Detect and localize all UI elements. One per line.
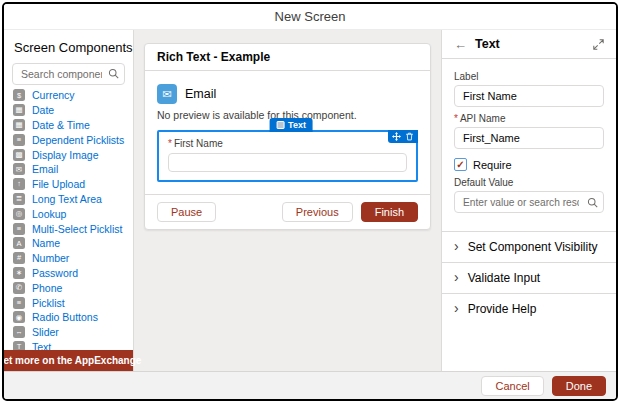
sidebar-item-lookup[interactable]: ◎ Lookup <box>13 206 133 221</box>
new-screen-dialog: New Screen Screen Components $ Currency … <box>2 2 618 401</box>
component-search <box>12 63 125 85</box>
chevron-right-icon <box>454 272 459 283</box>
sidebar-item-label: Multi-Select Picklist <box>32 223 122 235</box>
email-component[interactable]: Email <box>157 84 418 104</box>
cancel-button[interactable]: Cancel <box>481 376 543 396</box>
sidebar-item-label: Picklist <box>32 297 65 309</box>
sidebar-item-label: Display Image <box>32 149 99 161</box>
collapsible-section-provide-help[interactable]: Provide Help <box>442 293 616 324</box>
text-icon <box>276 121 284 129</box>
move-icon[interactable] <box>392 132 401 141</box>
sidebar-item-label: Text <box>32 341 51 350</box>
section-label: Validate Input <box>468 271 541 285</box>
sidebar-item-label: Name <box>32 237 60 249</box>
label-field-label: Label <box>454 71 604 82</box>
component-actions-badge <box>388 130 418 143</box>
component-type-icon: ✆ <box>13 282 25 294</box>
sidebar-item-long-text-area[interactable]: ≣ Long Text Area <box>13 192 133 207</box>
component-type-tab[interactable]: Text <box>269 118 313 132</box>
sidebar-item-file-upload[interactable]: ↑ File Upload <box>13 177 133 192</box>
sidebar-item-label: Dependent Picklists <box>32 134 124 146</box>
search-icon <box>108 68 119 79</box>
component-type-icon: ▦ <box>13 104 25 116</box>
sidebar-item-slider[interactable]: ↔ Slider <box>13 325 133 340</box>
default-value-wrap <box>454 191 604 213</box>
screen-preview-card: Rich Text - Example Email No preview is … <box>144 43 431 230</box>
component-type-icon: # <box>13 252 25 264</box>
expand-panel-icon[interactable] <box>593 39 604 50</box>
pause-button[interactable]: Pause <box>157 202 216 222</box>
component-type-icon: ∗ <box>13 267 25 279</box>
sidebar-item-label: Phone <box>32 282 62 294</box>
default-value-label: Default Value <box>454 177 604 188</box>
sidebar-item-label: File Upload <box>32 178 85 190</box>
previous-button[interactable]: Previous <box>282 202 353 222</box>
properties-panel-header: Text <box>442 30 616 59</box>
sidebar-item-number[interactable]: # Number <box>13 251 133 266</box>
component-type-icon: T <box>13 341 25 350</box>
sidebar-item-name[interactable]: A Name <box>13 236 133 251</box>
sidebar-item-password[interactable]: ∗ Password <box>13 266 133 281</box>
chevron-right-icon <box>454 303 459 314</box>
component-type-icon: ≣ <box>13 193 25 205</box>
require-checkbox-row[interactable]: Require <box>454 158 604 171</box>
sidebar-item-label: Email <box>32 163 58 175</box>
api-name-field[interactable] <box>454 127 604 149</box>
email-icon <box>157 84 177 104</box>
chevron-right-icon <box>454 241 459 252</box>
sidebar-item-label: Password <box>32 267 78 279</box>
default-value-input[interactable] <box>454 191 604 213</box>
sidebar-item-label: Long Text Area <box>32 193 102 205</box>
component-type-icon: A <box>13 237 25 249</box>
section-label: Provide Help <box>468 302 537 316</box>
dialog-body: Screen Components $ Currency ▦ Date ▦ Da… <box>4 30 616 371</box>
screen-title: Rich Text - Example <box>145 44 430 71</box>
component-list: $ Currency ▦ Date ▦ Date & Time ≡ Depend… <box>4 85 133 350</box>
component-type-icon: ◉ <box>13 311 25 323</box>
sidebar-item-dependent-picklists[interactable]: ≡ Dependent Picklists <box>13 132 133 147</box>
sidebar-item-text[interactable]: T Text <box>13 340 133 350</box>
required-marker: * <box>454 113 458 124</box>
component-type-icon: ↔ <box>13 326 25 338</box>
required-marker: * <box>168 138 172 149</box>
collapsible-section-validate-input[interactable]: Validate Input <box>442 262 616 293</box>
sidebar-item-label: Number <box>32 252 69 264</box>
sidebar-item-date[interactable]: ▦ Date <box>13 103 133 118</box>
search-icon[interactable] <box>587 197 598 208</box>
component-type-icon: ≡ <box>13 223 25 235</box>
label-field[interactable] <box>454 85 604 107</box>
first-name-input[interactable] <box>168 153 407 172</box>
sidebar-item-display-image[interactable]: ▩ Display Image <box>13 147 133 162</box>
field-label: *First Name <box>168 138 407 149</box>
sidebar-item-label: Date & Time <box>32 119 90 131</box>
sidebar-item-phone[interactable]: ✆ Phone <box>13 280 133 295</box>
back-arrow-icon[interactable] <box>454 38 467 51</box>
sidebar-item-label: Currency <box>32 89 75 101</box>
delete-icon[interactable] <box>405 132 414 141</box>
properties-form: Label *API Name Require Default Value <box>442 59 616 223</box>
page-title: New Screen <box>275 9 346 24</box>
sidebar-item-picklist[interactable]: ≡ Picklist <box>13 295 133 310</box>
collapsible-section-set-component-visibility[interactable]: Set Component Visibility <box>442 231 616 262</box>
properties-panel-title: Text <box>475 37 500 51</box>
require-checkbox-label: Require <box>473 159 512 171</box>
section-label: Set Component Visibility <box>468 240 598 254</box>
component-type-icon: ↑ <box>13 178 25 190</box>
done-button[interactable]: Done <box>552 376 606 396</box>
appexchange-button[interactable]: Get more on the AppExchange <box>4 350 133 371</box>
component-type-icon: ◎ <box>13 208 25 220</box>
panel-sections: Set Component Visibility Validate Input … <box>442 231 616 324</box>
tab-label: Text <box>288 120 306 130</box>
sidebar-item-radio-buttons[interactable]: ◉ Radio Buttons <box>13 310 133 325</box>
api-name-field-label: *API Name <box>454 113 604 124</box>
screen-components-sidebar: Screen Components $ Currency ▦ Date ▦ Da… <box>4 30 134 371</box>
sidebar-item-email[interactable]: ✉ Email <box>13 162 133 177</box>
require-checkbox[interactable] <box>454 158 467 171</box>
sidebar-item-currency[interactable]: $ Currency <box>13 88 133 103</box>
selected-text-component[interactable]: Text *First Name <box>157 130 418 182</box>
finish-button[interactable]: Finish <box>361 202 418 222</box>
sidebar-item-label: Slider <box>32 326 59 338</box>
sidebar-item-multi-select-picklist[interactable]: ≡ Multi-Select Picklist <box>13 221 133 236</box>
screen-footer: Pause Previous Finish <box>145 194 430 229</box>
sidebar-item-date-time[interactable]: ▦ Date & Time <box>13 118 133 133</box>
